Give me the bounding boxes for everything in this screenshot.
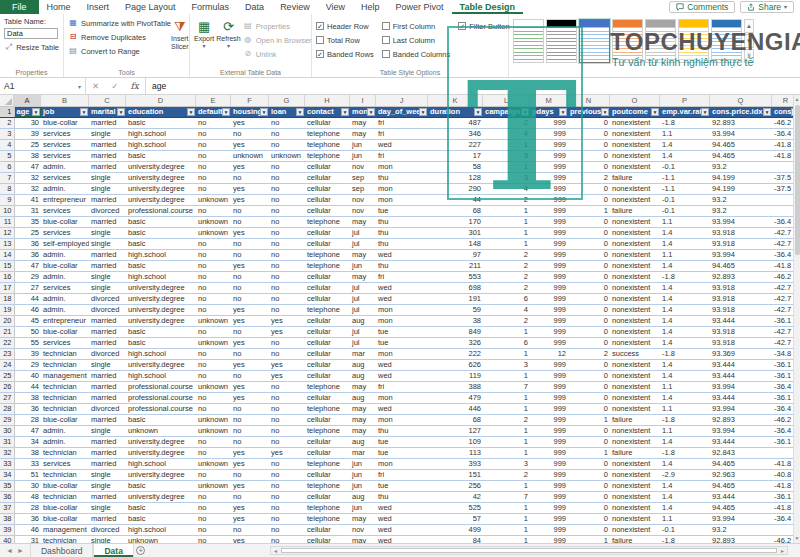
cell[interactable]: no — [269, 272, 305, 283]
cell[interactable]: 999 — [530, 316, 568, 327]
cell[interactable]: 301 — [428, 228, 483, 239]
ribbon-tab-table-design[interactable]: Table Design — [452, 0, 523, 14]
cell[interactable]: 0 — [568, 250, 610, 261]
cell[interactable]: 1.4 — [660, 151, 710, 162]
cell[interactable]: cellular — [305, 228, 350, 239]
cell[interactable]: professional.course — [126, 393, 196, 404]
cell[interactable]: cellular — [305, 448, 350, 459]
button-convert-to-range[interactable]: ▤Convert to Range — [68, 45, 171, 57]
cell[interactable]: 0 — [568, 514, 610, 525]
cell[interactable]: 93.444 — [710, 393, 772, 404]
cell[interactable]: failure — [610, 448, 660, 459]
cell[interactable]: jun — [350, 470, 376, 481]
cell[interactable]: no — [196, 283, 231, 294]
cell[interactable]: married — [89, 382, 126, 393]
row-number[interactable]: 2 — [0, 118, 14, 129]
cell[interactable]: 7 — [483, 492, 530, 503]
cell[interactable]: services — [41, 151, 89, 162]
cell[interactable]: 0 — [568, 118, 610, 129]
vertical-scrollbar-thumb[interactable] — [795, 105, 800, 255]
resize-table-button[interactable]: ⤢ Resize Table — [4, 41, 59, 53]
cell[interactable]: married — [89, 338, 126, 349]
row-number[interactable]: 7 — [0, 173, 14, 184]
cell[interactable]: no — [231, 415, 269, 426]
cell[interactable]: fri — [376, 470, 428, 481]
cell[interactable]: 2 — [568, 349, 610, 360]
cell[interactable]: no — [231, 349, 269, 360]
cell[interactable]: 326 — [428, 338, 483, 349]
cell[interactable]: nonexistent — [610, 316, 660, 327]
cell[interactable]: technician — [41, 404, 89, 415]
cell[interactable]: no — [196, 184, 231, 195]
column-header-D[interactable]: D — [126, 95, 196, 106]
cell[interactable]: may — [350, 217, 376, 228]
cell[interactable]: 1 — [483, 525, 530, 536]
cell[interactable]: 999 — [530, 536, 568, 543]
cell[interactable]: 525 — [428, 503, 483, 514]
cell[interactable]: nonexistent — [610, 382, 660, 393]
cell[interactable]: 999 — [530, 382, 568, 393]
cell[interactable]: 92.893 — [710, 415, 772, 426]
cell[interactable]: basic — [126, 261, 196, 272]
cell[interactable]: single — [89, 360, 126, 371]
cell[interactable]: 113 — [428, 448, 483, 459]
row-number[interactable]: 30 — [0, 426, 14, 437]
cell[interactable]: nov — [350, 206, 376, 217]
cell[interactable]: 999 — [530, 437, 568, 448]
cell[interactable]: 0 — [568, 305, 610, 316]
column-header-C[interactable]: C — [89, 95, 126, 106]
row-number[interactable]: 10 — [0, 206, 14, 217]
cell[interactable]: may — [350, 129, 376, 140]
column-header-B[interactable]: B — [41, 95, 89, 106]
cell[interactable]: no — [269, 206, 305, 217]
cell[interactable]: 2 — [483, 316, 530, 327]
cell[interactable]: 6 — [483, 294, 530, 305]
filter-dropdown-icon[interactable]: ▾ — [222, 108, 230, 116]
cell[interactable]: 93.444 — [710, 360, 772, 371]
cell[interactable]: wed — [376, 294, 428, 305]
cell[interactable]: 109 — [428, 437, 483, 448]
cell[interactable]: no — [196, 327, 231, 338]
cell[interactable]: 1.4 — [660, 327, 710, 338]
cell[interactable]: professional.course — [126, 404, 196, 415]
cell[interactable]: 1 — [483, 371, 530, 382]
cell[interactable]: no — [196, 525, 231, 536]
cell[interactable]: married — [89, 415, 126, 426]
cell[interactable]: failure — [610, 415, 660, 426]
filter-dropdown-icon[interactable]: ▾ — [32, 108, 40, 116]
cell[interactable]: 499 — [428, 525, 483, 536]
cell[interactable]: nonexistent — [610, 327, 660, 338]
cell[interactable]: tue — [376, 338, 428, 349]
filter-dropdown-icon[interactable]: ▾ — [601, 108, 609, 116]
cell[interactable]: tue — [376, 327, 428, 338]
cell[interactable]: nonexistent — [610, 360, 660, 371]
row-number[interactable]: 35 — [0, 481, 14, 492]
cell[interactable]: no — [196, 118, 231, 129]
cell[interactable]: no — [269, 481, 305, 492]
cell[interactable]: mar — [350, 448, 376, 459]
cell[interactable]: 626 — [428, 360, 483, 371]
cell[interactable]: no — [269, 305, 305, 316]
cell[interactable]: may — [350, 118, 376, 129]
row-number[interactable]: 25 — [0, 371, 14, 382]
cell[interactable]: aug — [350, 492, 376, 503]
cell[interactable]: mon — [376, 195, 428, 206]
cell[interactable]: services — [41, 140, 89, 151]
cell[interactable]: 92.893 — [710, 272, 772, 283]
cell[interactable]: basic — [126, 327, 196, 338]
cell[interactable]: married — [89, 151, 126, 162]
cell[interactable]: divorced — [89, 349, 126, 360]
header-cell-contact[interactable]: contact▾ — [305, 107, 350, 118]
column-header-G[interactable]: G — [269, 95, 305, 106]
cell[interactable]: 1 — [483, 140, 530, 151]
share-button[interactable]: Share ▾ — [740, 1, 794, 13]
cell[interactable]: unknown — [231, 151, 269, 162]
cell[interactable]: cellular — [305, 536, 350, 543]
cell[interactable]: 6 — [483, 338, 530, 349]
cell[interactable]: telephone — [305, 459, 350, 470]
cell[interactable]: 1.4 — [660, 459, 710, 470]
cell[interactable]: 31 — [14, 536, 41, 543]
button-remove-duplicates[interactable]: ⊟Remove Duplicates — [68, 31, 171, 43]
cell[interactable]: unknown — [196, 459, 231, 470]
cell[interactable]: 1.1 — [660, 250, 710, 261]
